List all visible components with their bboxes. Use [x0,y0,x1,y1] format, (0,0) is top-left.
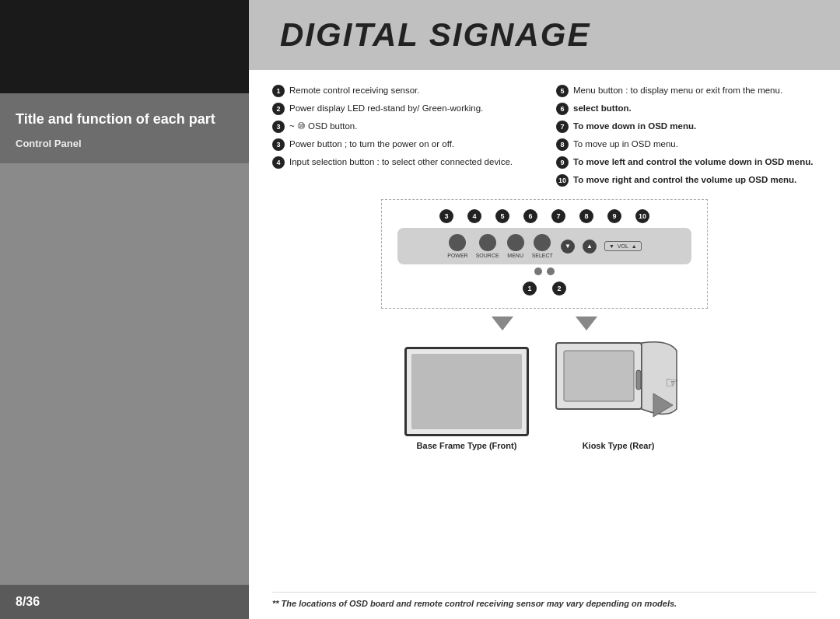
desc-item-1: 1 Remote control receiving sensor. [272,84,533,97]
desc-columns: 1 Remote control receiving sensor. 2 Pow… [272,84,817,191]
desc-text-6: select button. [573,102,632,114]
led-dot-2 [547,268,555,275]
menu-btn-label: MENU [507,253,523,258]
sidebar: Title and function of each part Control … [0,0,249,619]
select-btn-circle [534,234,551,251]
source-btn-label: SOURCE [476,253,499,258]
sidebar-gray-fill [0,163,249,585]
num-1: 1 [272,85,285,97]
content-area: 1 Remote control receiving sensor. 2 Pow… [249,70,840,619]
power-btn-circle [449,234,466,251]
btn-num-4: 4 [467,209,481,223]
product-images: Base Frame Type (Front) [404,335,684,450]
num-3b: 3 [272,138,285,151]
svg-rect-1 [636,370,641,390]
bottom-num-2: 2 [552,282,566,296]
desc-text-5: Menu button : to display menu or exit fr… [573,84,782,96]
desc-item-10: 10 To move right and control the volume … [556,173,817,187]
down-arrow-group: ▼ [561,240,575,254]
control-panel-diagram: 3 4 5 6 7 8 9 10 POWER [381,199,708,309]
svg-rect-2 [564,351,634,401]
btn-num-3: 3 [439,209,453,223]
sidebar-top-black [0,0,249,93]
num-6: 6 [556,103,569,115]
source-button[interactable]: SOURCE [476,234,499,258]
control-panel-label: Control Panel [16,138,233,149]
select-btn-label: SELECT [532,253,553,258]
footnote: ** The locations of OSD board and remote… [272,592,817,611]
desc-item-4: 4 Input selection button : to select oth… [272,156,533,169]
vol-down-icon: ▼ [609,243,614,249]
num-2: 2 [272,103,285,115]
header-bar: DIGITAL SIGNAGE [249,0,840,70]
main-content: DIGITAL SIGNAGE 1 Remote control receivi… [249,0,840,619]
power-button[interactable]: POWER [447,234,467,258]
desc-col-right: 5 Menu button : to display menu or exit … [556,84,817,191]
svg-text:☞: ☞ [665,374,679,391]
desc-item-9: 9 To move left and control the volume do… [556,156,817,169]
vol-box[interactable]: ▼ VOL ▲ [604,241,642,251]
num-9: 9 [556,156,569,169]
page-title: DIGITAL SIGNAGE [280,16,590,54]
tv-screen [411,354,522,429]
num-4: 4 [272,156,285,169]
menu-btn-circle [507,234,524,251]
num-10: 10 [556,174,569,187]
btn-num-10: 10 [635,209,649,223]
desc-text-8: To move up in OSD menu. [573,138,678,150]
btn-num-8: 8 [579,209,593,223]
desc-text-3b: Power button ; to turn the power on or o… [289,138,454,150]
diagram-section: 3 4 5 6 7 8 9 10 POWER [272,199,817,589]
up-arrow-button[interactable]: ▲ [583,240,597,254]
page-number: 8/36 [0,585,249,619]
desc-item-7: 7 To move down in OSD menu. [556,120,817,133]
btn-num-5: 5 [495,209,509,223]
kiosk-svg: ☞ [552,335,684,436]
menu-button[interactable]: MENU [507,234,524,258]
desc-item-6: 6 select button. [556,102,817,115]
led-dot-1 [534,268,542,275]
arrow-left [492,316,513,330]
kiosk-label: Kiosk Type (Rear) [583,441,655,450]
circle-row-top: 3 4 5 6 7 8 9 10 [397,209,691,223]
up-arrow-group: ▲ [583,240,597,254]
desc-item-2: 2 Power display LED red-stand by/ Green-… [272,102,533,115]
sidebar-section-title: Title and function of each part Control … [0,93,249,163]
arrows-row [492,316,597,330]
desc-item-5: 5 Menu button : to display menu or exit … [556,84,817,97]
tv-frame-front [404,347,529,436]
arrow-right [576,316,597,330]
desc-item-8: 8 To move up in OSD menu. [556,138,817,151]
desc-col-left: 1 Remote control receiving sensor. 2 Pow… [272,84,533,191]
kiosk-rear-diagram: ☞ [552,335,684,436]
desc-text-1: Remote control receiving sensor. [289,84,419,96]
btn-num-9: 9 [607,209,621,223]
select-button[interactable]: SELECT [532,234,553,258]
down-arrow-button[interactable]: ▼ [561,240,575,254]
num-5: 5 [556,85,569,97]
num-7: 7 [556,121,569,133]
num-8: 8 [556,138,569,151]
base-frame-label: Base Frame Type (Front) [417,441,517,450]
btn-num-7: 7 [551,209,565,223]
panel-buttons-row: POWER SOURCE MENU SELECT [397,228,691,264]
num-3a: 3 [272,121,285,133]
desc-text-3a: ~ ⑩ OSD button. [289,120,357,132]
power-btn-label: POWER [447,253,467,258]
desc-text-2: Power display LED red-stand by/ Green-wo… [289,102,483,114]
desc-item-3a: 3 ~ ⑩ OSD button. [272,120,533,133]
base-frame-container: Base Frame Type (Front) [404,347,529,450]
source-btn-circle [479,234,496,251]
desc-text-4: Input selection button : to select other… [289,156,513,168]
bottom-num-1: 1 [523,282,537,296]
desc-text-10: To move right and control the volume up … [573,173,796,186]
section-title: Title and function of each part [16,110,233,128]
vol-up-icon: ▲ [632,243,637,249]
desc-item-3b: 3 Power button ; to turn the power on or… [272,138,533,151]
kiosk-container: ☞ Kiosk Type (Rear) [552,335,684,450]
vol-label: VOL [618,243,628,249]
circle-row-bottom: 1 2 [397,282,691,296]
btn-num-6: 6 [523,209,537,223]
led-dots-row [397,268,691,275]
desc-text-7: To move down in OSD menu. [573,120,696,132]
